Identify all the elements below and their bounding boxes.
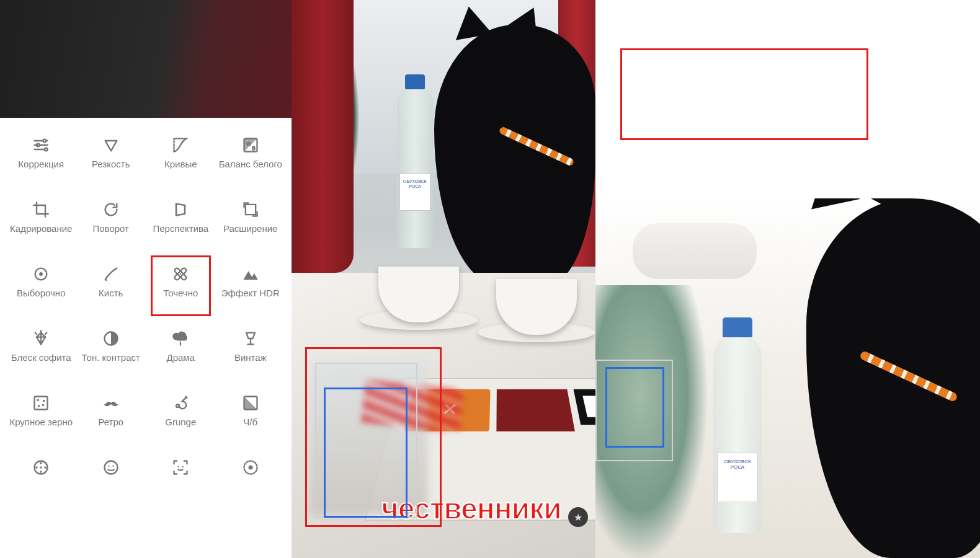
tool-crop[interactable]: Кадрирование [6, 201, 76, 246]
tool-label: Коррекция [18, 159, 64, 169]
svg-text:B: B [252, 146, 256, 151]
tool-label: Кисть [99, 288, 123, 298]
svg-point-28 [112, 466, 114, 467]
svg-point-8 [39, 272, 43, 276]
svg-point-21 [40, 462, 43, 464]
photo-before: ОБУХОВСК РОСА чественники ★ [292, 0, 595, 558]
diamond-shine-icon [32, 330, 50, 347]
perspective-icon [172, 201, 189, 218]
dots-circle-icon [242, 459, 259, 476]
mountains-icon [242, 265, 259, 283]
svg-text:W: W [246, 141, 251, 147]
svg-point-26 [104, 461, 117, 474]
bottle-label: ОБУХОВСК РОСА [717, 453, 758, 502]
svg-point-17 [42, 404, 45, 407]
tool-hdr[interactable]: Эффект HDR [216, 265, 286, 310]
svg-point-0 [43, 140, 47, 143]
photo-after: ОБУХОВСК РОСА [595, 0, 980, 558]
svg-point-16 [38, 405, 40, 407]
tool-label: Перспектива [153, 223, 208, 234]
tool-wb[interactable]: WBБаланс белого [216, 136, 286, 181]
tool-grainy[interactable]: Крупное зерно [6, 394, 76, 439]
tool-label: Крупное зерно [9, 417, 73, 427]
reel-icon [32, 459, 50, 476]
target-icon [32, 265, 50, 283]
triangle-down-icon [102, 136, 120, 154]
svg-point-25 [40, 466, 43, 469]
tool-label: Драма [167, 352, 195, 363]
tool-lens[interactable] [216, 459, 286, 503]
svg-point-30 [182, 466, 184, 467]
watermark-fragment: чественники [381, 492, 561, 526]
tool-label: Ч/б [243, 417, 257, 427]
half-circle-icon [102, 330, 120, 347]
tool-vintage[interactable]: Винтаж [216, 330, 286, 374]
wb-icon: WB [242, 136, 259, 154]
cloud-rain-icon [172, 330, 189, 347]
tool-perspective[interactable]: Перспектива [146, 201, 216, 246]
tool-label: Тон. контраст [82, 352, 140, 363]
tool-curves[interactable]: Кривые [146, 136, 216, 181]
tool-bw[interactable]: Ч/б [216, 394, 286, 439]
svg-rect-13 [35, 397, 48, 410]
tool-label: Grunge [165, 417, 196, 427]
tool-label: Винтаж [234, 352, 267, 363]
svg-point-23 [36, 466, 38, 469]
tools-drawer: КоррекцияРезкостьКривыеWBБаланс белогоКа… [0, 0, 292, 558]
tool-label: Поворот [93, 223, 130, 234]
curve-icon [172, 136, 189, 154]
tool-tonal[interactable]: Тон. контраст [76, 330, 146, 374]
tool-label: Баланс белого [219, 159, 282, 169]
rotate-icon [102, 201, 120, 218]
tool-details[interactable]: Резкость [76, 136, 146, 181]
tool-scroll-area[interactable]: КоррекцияРезкостьКривыеWBБаланс белогоКа… [0, 118, 292, 558]
bottle-label: ОБУХОВСК РОСА [399, 174, 430, 211]
bw-square-icon [242, 394, 259, 412]
photo-preview-strip [0, 0, 292, 118]
tool-label: Блеск софита [11, 352, 71, 363]
svg-point-14 [37, 399, 40, 402]
tool-headpose[interactable] [146, 459, 216, 503]
tool-expand[interactable]: Расширение [216, 201, 286, 246]
svg-point-32 [248, 466, 252, 470]
tool-drama[interactable]: Драма [146, 330, 216, 374]
tool-label: Точечно [163, 288, 198, 298]
tool-grid: КоррекцияРезкостьКривыеWBБаланс белогоКа… [6, 136, 285, 503]
grain-icon [32, 394, 50, 412]
crop-icon [32, 201, 50, 218]
svg-rect-6 [246, 205, 256, 215]
svg-point-2 [45, 148, 48, 151]
lamp-icon [242, 330, 259, 347]
svg-point-22 [40, 471, 43, 473]
tool-label: Кривые [164, 159, 197, 169]
moustache-icon [102, 394, 120, 412]
tool-label: Эффект HDR [221, 288, 280, 298]
tool-healing[interactable]: Точечно [146, 265, 216, 310]
tool-selective[interactable]: Выборочно [6, 265, 76, 310]
guitar-icon [172, 394, 189, 412]
tool-tune[interactable]: Коррекция [6, 136, 76, 181]
tool-rotate[interactable]: Поворот [76, 201, 146, 246]
tool-brush[interactable]: Кисть [76, 265, 146, 310]
bandaid-icon [172, 265, 189, 283]
tool-label: Кадрирование [10, 223, 72, 234]
svg-point-18 [176, 404, 179, 407]
expand-icon [242, 201, 259, 218]
svg-point-11 [180, 273, 181, 275]
tool-portrait[interactable] [76, 459, 146, 503]
sliders-icon [32, 136, 50, 154]
tool-label: Резкость [92, 159, 130, 169]
tool-glamour[interactable]: Блеск софита [6, 330, 76, 374]
tool-retrolux[interactable]: Ретро [76, 394, 146, 439]
face-icon [102, 459, 120, 476]
svg-point-27 [108, 466, 109, 467]
svg-point-24 [45, 466, 47, 469]
tool-label: Выборочно [17, 288, 66, 298]
tool-label: Ретро [98, 417, 123, 427]
face-scan-icon [172, 459, 189, 476]
svg-point-29 [178, 466, 179, 467]
tool-grunge[interactable]: Grunge [146, 394, 216, 439]
tool-label: Расширение [223, 223, 277, 234]
tool-noir[interactable] [6, 459, 76, 503]
star-badge-icon: ★ [568, 507, 588, 527]
